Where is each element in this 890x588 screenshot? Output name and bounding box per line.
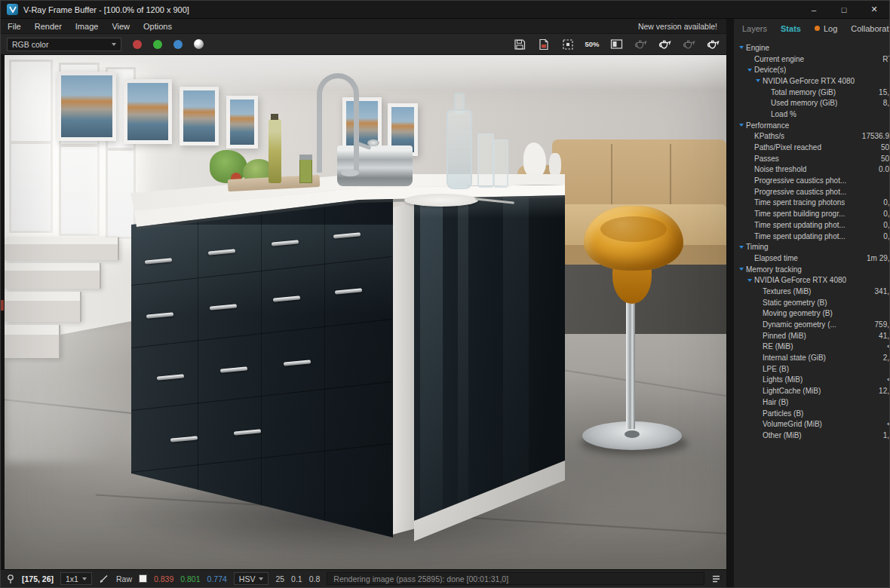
panel-tabs: Layers Stats Log Collaboration: [734, 19, 890, 38]
minimize-button[interactable]: –: [799, 1, 829, 18]
clear-image-teapot-icon[interactable]: [633, 38, 648, 51]
menu-render[interactable]: Render: [28, 22, 69, 31]
collapse-triangle-icon[interactable]: [747, 69, 752, 72]
render-progress-text: Rendering image (pass 25895): done [00:0…: [333, 574, 508, 583]
row-indent: [734, 279, 754, 282]
collapse-triangle-icon[interactable]: [756, 79, 760, 82]
render-viewport: [1, 55, 726, 569]
tab-layers[interactable]: Layers: [735, 19, 774, 38]
scene-drawer-handle: [170, 436, 198, 442]
scene-oil-bottle-cap: [271, 114, 278, 120]
stats-row: Used memory (GiB)8,26: [734, 97, 890, 109]
stats-group-row[interactable]: Timing: [734, 241, 890, 253]
colorspace-select[interactable]: HSV: [234, 572, 269, 585]
stats-value: 0,0s: [883, 232, 890, 240]
stats-row: Lights (MiB)< 1: [734, 375, 890, 386]
menu-image[interactable]: Image: [69, 22, 106, 31]
render-last-teapot-icon[interactable]: [657, 38, 672, 51]
stats-value: 0.010: [879, 165, 890, 173]
stats-group-row[interactable]: Memory tracking: [734, 264, 890, 275]
toolbar: RGB color: [1, 34, 726, 55]
save-image-icon[interactable]: [512, 38, 527, 51]
stats-label: Time spent updating phot...: [754, 221, 846, 229]
tab-stats[interactable]: Stats: [774, 19, 808, 38]
stats-label: RE (MiB): [763, 342, 793, 351]
stats-row: Moving geometry (B)0: [734, 308, 890, 320]
stats-label: Paths/Pixel reached: [754, 143, 821, 152]
stats-group-row[interactable]: Device(s): [734, 64, 890, 75]
new-version-notice[interactable]: New version available!: [638, 22, 726, 31]
stats-label: Lights (MiB): [763, 375, 803, 384]
region-render-icon[interactable]: [560, 38, 575, 51]
stats-label: Engine: [746, 44, 769, 52]
stats-group-row[interactable]: Engine: [734, 42, 890, 54]
stats-value: 5088: [881, 155, 890, 163]
close-button[interactable]: ✕: [859, 1, 889, 18]
blue-value: 0.774: [207, 574, 227, 583]
tab-log[interactable]: Log: [808, 19, 844, 38]
stats-tree: EngineCurrent engineRTXDevice(s)NVIDIA G…: [734, 38, 890, 587]
stats-row: Total memory (GiB)15,99: [734, 87, 890, 98]
green-value: 0.801: [180, 574, 200, 583]
stats-group-row[interactable]: NVIDIA GeForce RTX 4080: [734, 75, 890, 87]
scene-window-mullion: [61, 144, 97, 147]
scene-window: [9, 60, 53, 233]
stats-value: 12,86: [879, 387, 890, 395]
scene-drawer-seam: [324, 194, 325, 537]
stats-group-row[interactable]: NVIDIA GeForce RTX 4080: [734, 274, 890, 286]
color-sampler-icon[interactable]: [99, 574, 109, 583]
scene-faucet-arc: [317, 73, 359, 173]
compare-images-icon[interactable]: [609, 38, 624, 51]
scene-drawer-handle: [234, 429, 261, 435]
collapse-triangle-icon[interactable]: [739, 124, 744, 127]
stats-row: Time spent building progr...0,0s: [734, 208, 890, 219]
stats-label: NVIDIA GeForce RTX 4080: [763, 77, 855, 85]
scene-stool-base-hub: [625, 430, 640, 438]
stats-label: Pinned (MiB): [763, 332, 806, 340]
blue-channel-icon[interactable]: [173, 40, 183, 49]
collapse-triangle-icon[interactable]: [739, 46, 744, 49]
pixel-scale-select[interactable]: 1x1: [60, 572, 92, 585]
channel-select-value: RGB color: [12, 40, 48, 49]
stats-label: NVIDIA GeForce RTX 4080: [754, 276, 846, 284]
menu-view[interactable]: View: [105, 22, 137, 31]
stats-label: Progressive caustics phot...: [754, 176, 846, 185]
maximize-button[interactable]: □: [829, 1, 859, 18]
stats-label: Time spent building progr...: [754, 210, 845, 218]
collapse-triangle-icon[interactable]: [739, 246, 744, 249]
stats-label: LightCache (MiB): [763, 387, 821, 395]
scene-stool-seat-dip: [600, 216, 667, 242]
caret-down-icon: [259, 577, 263, 580]
stats-label: Time spent tracing photons: [754, 198, 845, 207]
notification-dot: [815, 26, 820, 31]
collapse-triangle-icon[interactable]: [739, 268, 744, 271]
stats-label: Device(s): [754, 66, 786, 74]
tab-collaboration[interactable]: Collaboration: [844, 19, 890, 38]
interactive-render-teapot-icon[interactable]: [681, 38, 696, 51]
statusbar-options-icon[interactable]: [711, 574, 721, 583]
red-channel-icon[interactable]: [133, 40, 142, 49]
rendered-image-kitchen-scene[interactable]: [5, 55, 726, 569]
channel-select[interactable]: RGB color: [7, 38, 121, 51]
green-channel-icon[interactable]: [153, 40, 162, 49]
half-resolution-icon[interactable]: 50%: [585, 38, 600, 51]
pin-icon[interactable]: [6, 574, 15, 584]
stats-label: Progressive caustics phot...: [754, 188, 846, 196]
hue-value: 25: [275, 574, 284, 583]
start-render-teapot-icon[interactable]: [705, 38, 720, 51]
stats-label: Hair (B): [763, 398, 788, 406]
stats-group-row[interactable]: Performance: [734, 120, 890, 131]
alpha-channel-icon[interactable]: [194, 39, 204, 49]
stats-row: LPE (B)0: [734, 363, 890, 375]
stats-value: 5056: [881, 143, 890, 152]
scene-glass-bottle: [447, 109, 472, 189]
row-indent: [734, 46, 746, 49]
statusbar: [175, 26] 1x1 Raw 0.839 0.801 0.774 HSV …: [1, 569, 726, 587]
scene-cushion-seam: [670, 144, 671, 207]
stats-label: Noise threshold: [754, 165, 806, 173]
menu-file[interactable]: File: [1, 22, 28, 31]
save-all-channels-icon[interactable]: [536, 38, 551, 51]
collapse-triangle-icon[interactable]: [747, 279, 752, 282]
menu-options[interactable]: Options: [137, 22, 179, 31]
toolbar-right-group: 50%: [512, 38, 720, 51]
